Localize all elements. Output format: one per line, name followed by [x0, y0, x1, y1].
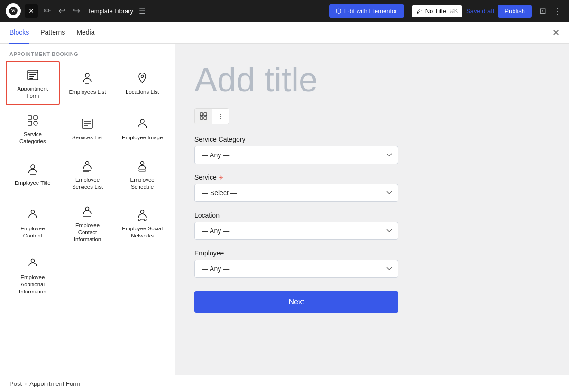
service-select[interactable]: — Select — — [194, 184, 398, 202]
svg-point-19 — [31, 165, 35, 169]
pencil-icon[interactable]: ✏ — [42, 4, 53, 18]
svg-rect-10 — [28, 116, 32, 119]
svg-rect-11 — [34, 116, 37, 119]
appointment-form-icon — [26, 68, 39, 82]
service-category-field: Service Category — Any — — [194, 136, 550, 164]
next-button[interactable]: Next — [194, 291, 398, 313]
no-title-label: No Title — [425, 8, 446, 15]
sidebar-item-employee-title[interactable]: Employee Title — [6, 152, 60, 196]
employee-image-icon — [136, 117, 149, 130]
employee-contact-information-icon — [81, 205, 94, 218]
svg-point-7 — [85, 73, 89, 77]
employee-label: Employee — [194, 249, 550, 257]
sidebar-item-employee-contact-information[interactable]: Employee Contact Information — [61, 197, 115, 249]
service-category-select[interactable]: — Any — — [194, 146, 398, 164]
sidebar-item-label-employees-list: Employees List — [69, 89, 106, 96]
employee-content-icon — [26, 208, 39, 221]
sub-nav: Blocks Patterns Media ✕ — [0, 22, 569, 44]
elementor-icon: ⬡ — [336, 7, 341, 15]
svg-point-29 — [141, 210, 144, 214]
hamburger-icon[interactable]: ☰ — [139, 7, 146, 16]
svg-rect-37 — [204, 117, 207, 119]
sidebar-item-label-employee-content: Employee Content — [10, 225, 55, 239]
services-list-icon — [81, 117, 94, 130]
sidebar-item-label-appointment-form: Appointment Form — [10, 85, 55, 100]
save-draft-button[interactable]: Save draft — [466, 8, 494, 15]
svg-point-13 — [34, 121, 37, 125]
sidebar-item-employees-list[interactable]: Employees List — [61, 61, 115, 105]
publish-button[interactable]: Publish — [498, 5, 532, 18]
sidebar-item-appointment-form[interactable]: Appointment Form — [6, 61, 60, 105]
main-layout: APPOINTMENT BOOKING Appointment Form — [0, 44, 569, 375]
breadcrumb-separator: › — [25, 380, 27, 387]
svg-rect-25 — [139, 170, 146, 171]
monitor-icon[interactable]: ⊡ — [537, 4, 548, 18]
tab-blocks[interactable]: Blocks — [9, 22, 29, 44]
sidebar-item-label-service-categories: Service Categories — [10, 131, 55, 145]
top-bar-actions: ⊡ ⋮ — [537, 4, 563, 18]
top-bar-right: 🖊 No Title ⌘K Save draft Publish — [412, 5, 532, 18]
redo-icon[interactable]: ↪ — [71, 4, 82, 18]
sidebar-section-label: APPOINTMENT BOOKING — [0, 44, 175, 61]
subnav-close-icon[interactable]: ✕ — [552, 28, 560, 37]
breadcrumb-parent[interactable]: Post — [9, 380, 22, 387]
block-toolbar-grid-icon[interactable] — [195, 109, 212, 124]
sidebar-item-employee-content[interactable]: Employee Content — [6, 197, 60, 249]
edit-elementor-label: Edit with Elementor — [344, 8, 397, 15]
employee-title-icon — [26, 163, 39, 176]
employee-field: Employee — Any — — [194, 249, 550, 278]
svg-point-21 — [86, 161, 89, 164]
sidebar-item-label-employee-contact-information: Employee Contact Information — [65, 222, 110, 243]
tab-patterns[interactable]: Patterns — [40, 22, 65, 44]
sidebar: APPOINTMENT BOOKING Appointment Form — [0, 44, 175, 375]
block-toolbar-more-icon[interactable]: ⋮ — [212, 109, 229, 124]
location-select[interactable]: — Any — — [194, 222, 398, 240]
service-label: Service ✳ — [194, 173, 550, 181]
sidebar-item-service-categories[interactable]: Service Categories — [6, 106, 60, 151]
breadcrumb-bar: Post › Appointment Form — [0, 375, 569, 392]
edit-elementor-button[interactable]: ⬡ Edit with Elementor — [329, 4, 404, 18]
page-title-placeholder[interactable]: Add title — [194, 63, 550, 97]
breadcrumb-current: Appointment Form — [29, 380, 80, 387]
svg-point-30 — [138, 219, 140, 221]
tab-media[interactable]: Media — [76, 22, 94, 44]
template-library-label: Template Library — [88, 8, 133, 15]
sidebar-item-employee-services-list[interactable]: Employee Services List — [61, 152, 115, 196]
svg-point-27 — [86, 207, 89, 210]
required-indicator: ✳ — [219, 174, 223, 181]
sidebar-item-label-employee-additional-information: Employee Additional Information — [10, 274, 55, 295]
employee-additional-information-icon — [26, 257, 39, 270]
svg-point-31 — [144, 219, 146, 221]
wp-logo: W — [6, 3, 21, 18]
svg-rect-36 — [200, 117, 203, 119]
undo-icon[interactable]: ↩ — [56, 4, 67, 18]
svg-text:W: W — [11, 9, 16, 13]
service-field: Service ✳ — Select — — [194, 173, 550, 202]
svg-point-18 — [140, 119, 144, 123]
no-title-area[interactable]: 🖊 No Title ⌘K — [412, 5, 462, 17]
cmd-k-hint: ⌘K — [449, 8, 458, 14]
more-options-icon[interactable]: ⋮ — [551, 4, 563, 18]
sidebar-item-employee-image[interactable]: Employee Image — [115, 106, 169, 151]
sidebar-item-label-employee-services-list: Employee Services List — [65, 176, 110, 191]
sidebar-item-label-services-list: Services List — [72, 134, 103, 141]
sidebar-item-label-employee-social-networks: Employee Social Networks — [120, 225, 165, 239]
sidebar-item-employee-social-networks[interactable]: Employee Social Networks — [115, 197, 169, 249]
service-category-label: Service Category — [194, 136, 550, 143]
sidebar-item-employee-additional-information[interactable]: Employee Additional Information — [6, 249, 60, 301]
sidebar-item-locations-list[interactable]: Locations List — [115, 61, 169, 105]
sidebar-item-label-employee-title: Employee Title — [15, 180, 50, 187]
svg-rect-4 — [29, 74, 36, 75]
employee-schedule-icon — [136, 159, 149, 173]
content-area: Add title ⋮ Service Category — Any — — [175, 44, 569, 375]
employee-select[interactable]: — Any — — [194, 260, 398, 278]
close-button[interactable]: ✕ — [25, 4, 38, 18]
block-toolbar: ⋮ — [194, 108, 229, 124]
svg-point-9 — [141, 75, 144, 78]
service-categories-icon — [26, 114, 39, 127]
locations-list-icon — [136, 72, 149, 85]
svg-point-24 — [141, 161, 144, 164]
sidebar-item-employee-schedule[interactable]: Employee Schedule — [115, 152, 169, 196]
svg-rect-6 — [29, 78, 33, 79]
sidebar-item-services-list[interactable]: Services List — [61, 106, 115, 151]
